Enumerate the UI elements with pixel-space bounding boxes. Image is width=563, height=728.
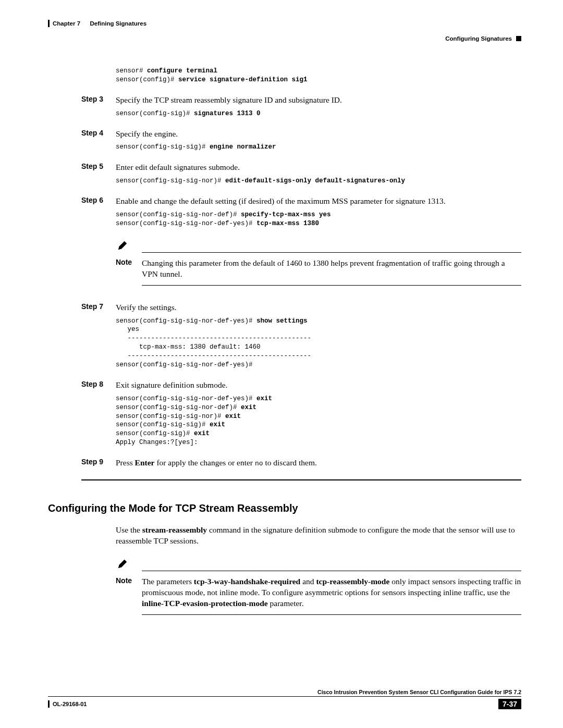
square-icon [516,36,521,41]
page-number: 7-37 [498,699,521,709]
chapter-title: Defining Signatures [90,20,146,27]
note-block: Note Changing this parameter from the de… [116,240,521,286]
note-pencil-icon [117,558,521,572]
footer-doc-id: OL-29168-01 [53,701,87,707]
step-5: Step 5 Enter edit default signatures sub… [81,162,521,189]
step-text: Press Enter for apply the changes or ent… [116,458,521,468]
code-block: sensor(config-sig-sig-nor-def)# specify-… [116,211,521,228]
page-footer: Cisco Intrusion Prevention System Sensor… [48,689,521,709]
note-text: Changing this parameter from the default… [142,258,521,280]
content-area: sensor# configure terminal sensor(config… [81,67,521,480]
step-label: Step 4 [81,129,116,155]
section-heading: Configuring the Mode for TCP Stream Reas… [48,502,521,514]
step-8: Step 8 Exit signature definition submode… [81,380,521,450]
step-label: Step 3 [81,95,116,121]
footer-doc-title: Cisco Intrusion Prevention System Sensor… [317,689,521,695]
code-block: sensor(config-sig)# signatures 1313 0 [116,109,521,118]
step-label: Step 5 [81,162,116,189]
step-3: Step 3 Specify the TCP stream reassembly… [81,95,521,121]
step-text: Verify the settings. [116,302,521,313]
step-text: Enable and change the default setting (i… [116,196,521,207]
step-text: Specify the engine. [116,129,521,140]
step-6: Step 6 Enable and change the default set… [81,196,521,295]
note-text: The parameters tcp-3-way-handshake-requi… [142,576,521,609]
code-block: sensor(config-sig-sig-nor)# edit-default… [116,177,521,186]
page-header: Chapter 7 Defining Signatures [48,20,521,27]
note-label: Note [116,258,142,280]
note-pencil-icon [117,240,521,253]
step-text: Exit signature definition submode. [116,380,521,391]
chapter-label: Chapter 7 [53,20,80,27]
code-block: sensor(config-sig-sig-nor-def-yes)# show… [116,317,521,369]
page-subheader: Configuring Signatures [48,35,521,42]
code-block: sensor(config-sig-sig)# engine normalize… [116,143,521,152]
step-label: Step 7 [81,302,116,373]
header-bar-icon [48,20,50,27]
footer-bar-icon [48,700,50,708]
section-title: Configuring Signatures [445,35,512,42]
step-9: Step 9 Press Enter for apply the changes… [81,458,521,472]
code-block: sensor# configure terminal sensor(config… [116,67,521,84]
step-text: Specify the TCP stream reassembly signat… [116,95,521,106]
section-divider [81,479,521,480]
step-label: Step 9 [81,458,116,472]
section-paragraph: Use the stream-reassembly command in the… [116,525,521,547]
step-7: Step 7 Verify the settings. sensor(confi… [81,302,521,373]
step-label: Step 6 [81,196,116,295]
note-block: Note The parameters tcp-3-way-handshake-… [116,558,521,615]
step-label: Step 8 [81,380,116,450]
code-block: sensor(config-sig-sig-nor-def-yes)# exit… [116,394,521,447]
step-text: Enter edit default signatures submode. [116,162,521,173]
step-4: Step 4 Specify the engine. sensor(config… [81,129,521,155]
note-label: Note [116,576,142,609]
